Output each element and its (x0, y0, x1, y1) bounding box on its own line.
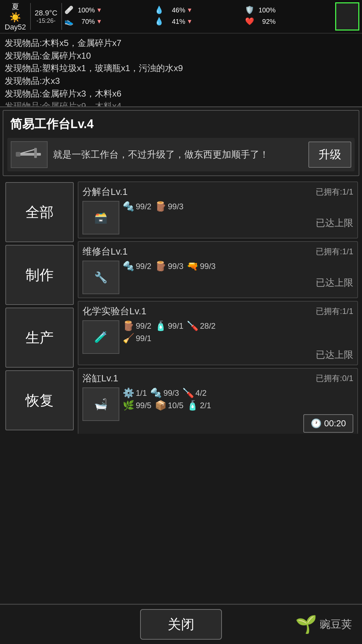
log-line: 发现物品:金属碎片x9，木料x4 (5, 100, 357, 107)
mat-item: 🪵 99/3 (155, 201, 184, 212)
log-line: 发现物品:水x3 (5, 75, 357, 88)
mat-amount: 99/3 (163, 388, 179, 398)
craft-header: 浴缸Lv.1 已拥有:0/1 (82, 372, 353, 385)
mat-icon: 🔩 (123, 261, 134, 272)
log-line: 发现物品:金属碎片x3，木料x6 (5, 88, 357, 100)
mat-item: 📦 10/5 (155, 400, 184, 411)
craft-status: 已达上限 (316, 276, 353, 289)
mat-amount: 99/3 (200, 262, 216, 271)
stat-hydration: 💧 41% ▼ (155, 17, 242, 26)
craft-footer: 已达上限 (123, 347, 353, 361)
mat-row: 🪵 99/2 🧴 99/1 🪛 28/2 (123, 320, 353, 331)
mat-amount: 99/3 (168, 262, 184, 271)
mat-row: 🔩 99/2 🪵 99/3 (123, 201, 353, 212)
season-label: 夏 (12, 2, 19, 12)
stat-col-3: 🛡️ 100% ❤️ 92% (245, 6, 333, 27)
mat-item: 🪛 28/2 (187, 320, 216, 331)
craft-materials: 🔩 99/2 🪵 99/3 🔫 99/3 已达上限 (123, 261, 353, 289)
day-label: Day52 (5, 23, 26, 32)
heart-icon: ❤️ (245, 17, 254, 26)
craft-item[interactable]: 化学实验台Lv.1 已拥有:1/1 🧪 🪵 99/2 🧴 99/1 🪛 (78, 301, 358, 365)
workbench-desc-row: 就是一张工作台，不过升级了，做东西更加顺手了！ 升级 (7, 138, 355, 171)
stat-thirst: 💧 46% ▼ (155, 6, 242, 14)
mat-row: 🧹 99/1 (123, 333, 353, 344)
mat-item: 🔩 99/2 (123, 261, 152, 272)
timer-button[interactable]: 🕐 00:20 (303, 414, 353, 433)
mat-icon: 🧴 (155, 320, 167, 331)
mat-icon: 🔫 (187, 261, 198, 272)
mat-amount: 2/1 (200, 401, 211, 410)
craft-body: 🔧 🔩 99/2 🪵 99/3 🔫 99/3 (82, 261, 353, 294)
mat-icon: 🧹 (123, 333, 134, 344)
workbench-image (11, 141, 48, 168)
mat-row: 🌿 99/5 📦 10/5 🧴 2/1 (123, 400, 353, 411)
sidebar-btn-produce[interactable]: 生产 (5, 308, 74, 368)
upgrade-button[interactable]: 升级 (308, 142, 351, 168)
craft-name: 分解台Lv.1 (82, 185, 128, 198)
craft-image: 🧪 (82, 320, 119, 354)
mat-item: 🔩 99/3 (150, 387, 179, 398)
mat-amount: 99/2 (136, 321, 152, 331)
stat-stamina: 👟 70% ▼ (64, 17, 152, 26)
armor-icon: 🛡️ (245, 6, 254, 14)
craft-image: 🛁 (82, 387, 119, 421)
svg-rect-1 (34, 148, 37, 158)
mat-icon: 🔩 (150, 387, 162, 398)
season-day: 夏 ☀️ Day52 (3, 2, 28, 32)
craft-materials: 🔩 99/2 🪵 99/3 已达上限 (123, 201, 353, 229)
mat-icon: 📦 (155, 400, 167, 411)
craft-item[interactable]: 浴缸Lv.1 已拥有:0/1 🛁 ⚙️ 1/1 🔩 99/3 🪛 (78, 368, 358, 434)
mat-item: ⚙️ 1/1 (123, 387, 147, 398)
svg-rect-3 (16, 152, 20, 157)
craft-header: 分解台Lv.1 已拥有:1/1 (82, 185, 353, 198)
mat-icon: 🔩 (123, 201, 134, 212)
craft-image: 🗃️ (82, 201, 119, 234)
close-button[interactable]: 关闭 (140, 609, 222, 640)
divider2 (61, 3, 62, 30)
mat-item: 🧴 2/1 (187, 400, 211, 411)
hydration-icon: 💧 (155, 17, 164, 26)
craft-footer: 🕐 00:20 (123, 414, 353, 433)
health-icon: 🩹 (64, 6, 73, 14)
timer-label: 00:20 (324, 418, 346, 429)
boot-icon: 👟 (64, 17, 73, 26)
temp-time: 28.9°C -15:26- (33, 9, 60, 24)
brand-area: 🌱 豌豆荚 (222, 614, 352, 635)
craft-name: 浴缸Lv.1 (82, 372, 118, 385)
mat-amount: 4/2 (195, 388, 206, 398)
time-label: -15:26- (37, 17, 56, 24)
clock-icon: 🕐 (311, 418, 321, 429)
craft-item[interactable]: 分解台Lv.1 已拥有:1/1 🗃️ 🔩 99/2 🪵 99/3 已达上限 (78, 181, 358, 238)
craft-name: 维修台Lv.1 (82, 245, 128, 258)
mat-amount: 99/1 (168, 321, 184, 331)
mat-item: 🪵 99/2 (123, 320, 152, 331)
mat-row: ⚙️ 1/1 🔩 99/3 🪛 4/2 (123, 387, 353, 398)
craft-list: 分解台Lv.1 已拥有:1/1 🗃️ 🔩 99/2 🪵 99/3 已达上限 (76, 179, 359, 434)
bottom-bar: 关闭 🌱 豌豆荚 (0, 604, 362, 644)
mat-item: 🔩 99/2 (123, 201, 152, 212)
mat-amount: 1/1 (136, 388, 147, 398)
workbench-panel: 简易工作台Lv.4 就是一张工作台，不过升级了，做东西更加顺手了！ 升级 (3, 110, 359, 176)
mat-amount: 99/3 (168, 202, 184, 211)
mat-item: 🧴 99/1 (155, 320, 184, 331)
mat-icon: 🪵 (155, 201, 167, 212)
sidebar-btn-recover[interactable]: 恢复 (5, 370, 74, 430)
craft-item[interactable]: 维修台Lv.1 已拥有:1/1 🔧 🔩 99/2 🪵 99/3 🔫 (78, 241, 358, 298)
mat-amount: 10/5 (168, 401, 184, 410)
mat-icon: 🪵 (123, 320, 134, 331)
craft-footer: 已达上限 (123, 215, 353, 229)
mat-amount: 99/2 (136, 262, 152, 271)
sidebar-btn-all[interactable]: 全部 (5, 182, 74, 242)
craft-name: 化学实验台Lv.1 (82, 305, 146, 318)
sidebar-btn-craft[interactable]: 制作 (5, 245, 74, 305)
stat-armor: 🛡️ 100% (245, 6, 333, 14)
divider (30, 3, 31, 30)
workbench-title: 简易工作台Lv.4 (3, 111, 359, 135)
inventory-box[interactable] (335, 2, 359, 31)
brand-text: 豌豆荚 (320, 617, 352, 632)
mat-icon: 🌿 (123, 400, 134, 411)
log-area: 发现物品:木料x5，金属碎片x7发现物品:金属碎片x10发现物品:塑料垃圾x1，… (0, 34, 362, 107)
mat-item: 🔫 99/3 (187, 261, 216, 272)
craft-body: 🧪 🪵 99/2 🧴 99/1 🪛 28/2 (82, 320, 353, 361)
left-sidebar: 全部 制作 生产 恢复 (3, 179, 76, 434)
